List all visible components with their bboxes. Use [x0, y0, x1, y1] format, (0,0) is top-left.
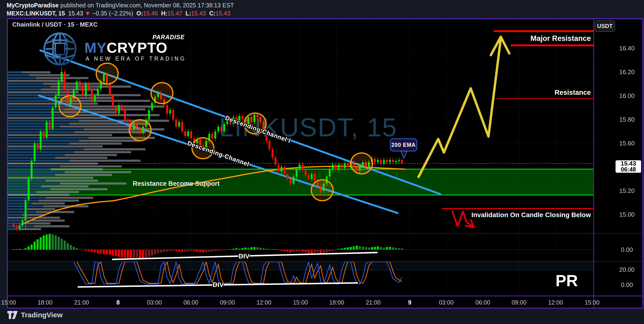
candle-body	[314, 174, 316, 181]
volume-profile-bar	[32, 220, 65, 222]
macd-bar	[353, 246, 355, 250]
bar-countdown: 06:48	[621, 166, 636, 173]
macd-bar	[310, 250, 313, 253]
macd-bar	[172, 250, 174, 251]
time-tick-label: 03:00	[439, 299, 454, 306]
macd-bar	[320, 250, 322, 253]
macd-bar	[157, 250, 159, 253]
volume-profile-bar-buy	[8, 74, 29, 76]
candle-body	[166, 105, 168, 113]
time-tick-label: 21:00	[74, 299, 89, 306]
candle-body	[187, 131, 189, 136]
volume-profile-bar	[46, 197, 93, 199]
macd-bar	[40, 237, 42, 250]
candle-body	[58, 81, 60, 96]
macd-bar	[304, 250, 306, 252]
highlight-circle	[59, 96, 81, 117]
macd-bar	[260, 248, 262, 250]
candle-body	[151, 103, 153, 110]
candle-body	[310, 174, 312, 179]
macd-bar	[193, 250, 196, 251]
macd-divergence-label: DIV	[238, 252, 250, 260]
volume-profile-bar	[8, 103, 98, 105]
macd-bar	[380, 247, 382, 250]
candle-body	[242, 116, 243, 119]
chart-symbol-title: Chainlink / USDT · 15 · MEXC	[12, 21, 98, 28]
volume-profile-bar	[50, 188, 108, 190]
candle-body	[43, 131, 44, 137]
volume-profile-bar	[32, 202, 65, 205]
candle-body	[91, 90, 93, 102]
currency-toggle-button[interactable]: USDT	[595, 21, 615, 32]
macd-bar	[377, 246, 379, 250]
macd-bar	[139, 250, 141, 258]
candle-body	[30, 161, 32, 179]
candle-body	[190, 131, 192, 138]
macd-bar	[265, 249, 268, 250]
candle-body	[214, 131, 216, 138]
candle-body	[175, 119, 177, 127]
logo-tagline: A NEW ERA OF TRADING	[86, 56, 186, 62]
macd-bar	[383, 248, 385, 250]
candle-body	[278, 165, 280, 172]
time-tick-label: 18:00	[329, 299, 344, 306]
stochastic-band-fill	[8, 262, 593, 270]
volume-profile-bar-buy	[8, 160, 70, 162]
macd-bar	[386, 247, 388, 250]
volume-profile-bar-buy	[8, 180, 46, 182]
macd-bar	[244, 248, 246, 250]
volume-profile-bar	[8, 145, 103, 147]
candle-body	[82, 86, 84, 96]
volume-profile-bar	[74, 114, 160, 116]
volume-profile-bar-buy	[8, 111, 50, 113]
candle-body	[223, 124, 225, 131]
macd-bar	[136, 250, 138, 257]
macd-bar	[43, 235, 45, 250]
macd-bar	[290, 250, 292, 252]
volume-profile-bar-buy	[8, 200, 39, 202]
macd-bar	[347, 247, 349, 250]
candle-body	[124, 110, 126, 119]
time-tick-label: 18:00	[38, 299, 53, 306]
candle-body	[118, 105, 120, 113]
time-tick-label: 8	[116, 299, 120, 306]
candle-body	[85, 84, 87, 96]
macd-bar	[362, 247, 364, 250]
volume-profile-bar-buy	[8, 185, 41, 188]
volume-profile-bar	[74, 151, 131, 153]
candle-body	[389, 160, 391, 162]
volume-profile-bar	[60, 125, 131, 127]
candle-body	[169, 110, 171, 113]
candle-body	[398, 160, 400, 161]
candle-body	[392, 160, 394, 162]
volume-profile-bar-buy	[8, 208, 27, 210]
candle-body	[269, 141, 270, 149]
macd-bar	[356, 246, 358, 250]
macd-bar	[308, 250, 310, 253]
macd-bar	[316, 250, 319, 252]
volume-profile-bar	[34, 225, 70, 227]
candle-body	[401, 160, 403, 164]
volume-profile-bar-buy	[8, 148, 84, 150]
volume-profile-bar-buy	[8, 197, 46, 199]
invalidation-label: Invalidation On Candle Closing Below	[472, 211, 591, 219]
volume-profile-bar	[65, 154, 117, 156]
macd-bar	[169, 250, 171, 251]
candle-body	[299, 165, 301, 169]
candle-body	[338, 165, 340, 169]
volume-profile-bar	[8, 134, 112, 136]
ema-tooltip-text: 200 EMA	[392, 142, 416, 148]
macd-bar	[250, 247, 252, 250]
macd-bar	[314, 250, 316, 253]
macd-bar	[344, 248, 346, 250]
volume-profile-bar	[22, 71, 50, 73]
candle-body	[76, 81, 78, 90]
macd-bar	[70, 245, 72, 250]
volume-profile-bar	[24, 222, 50, 225]
volume-profile-bar	[65, 171, 131, 173]
volume-profile-bar	[8, 80, 65, 82]
candle-body	[296, 169, 298, 177]
indicator-tick-label: 0.00	[621, 281, 633, 288]
volume-profile-bar	[55, 174, 112, 176]
volume-profile-bar-buy	[8, 123, 70, 125]
